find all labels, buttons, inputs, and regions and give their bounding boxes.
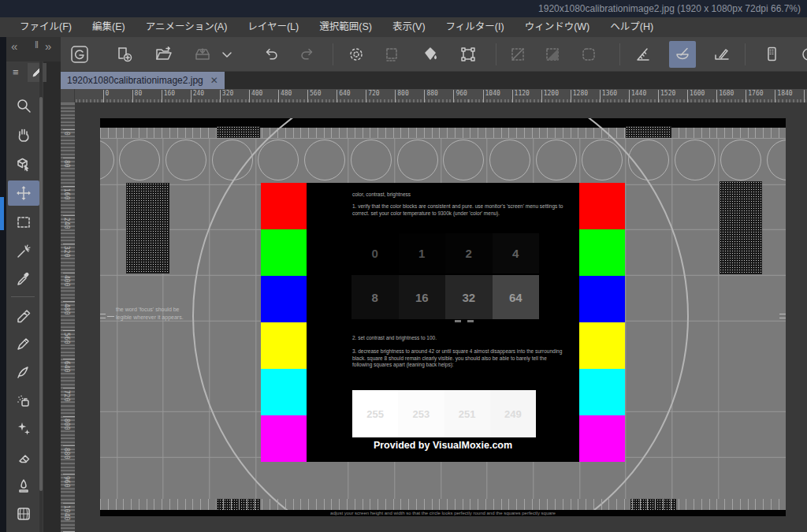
color-block-0 [579,183,625,229]
csp-logo-icon[interactable] [66,41,93,68]
tool-figure[interactable] [8,501,39,526]
color-bar-right [579,183,625,462]
h-ruler-label: 320 [220,90,233,97]
h-ruler-label: 1840 [775,90,792,97]
dark-square-4: 4 [493,233,540,273]
app-window: { "window": { "title": "1920x1080calibra… [0,0,807,532]
color-block-4 [261,369,307,415]
credit-text: Provided by VisualMoxie.com [307,440,579,451]
v-ruler-label: 80 [63,158,70,168]
dark-square-32: 32 [445,275,493,319]
menu-item-1[interactable]: 編集(E) [82,17,136,37]
ruler-corner [61,89,75,102]
tab-active-document[interactable]: 1920x1080calibrationimage2.jpg ✕ [61,72,225,89]
toolbar-separator [333,43,333,65]
dither-block [126,183,169,273]
tool-brush[interactable] [8,359,39,385]
v-ruler-label: 960 [63,474,70,487]
v-ruler-label: 1040 [63,503,70,520]
fill-bucket-icon[interactable] [417,41,444,68]
palette-scrollbar-thumb[interactable] [39,97,43,491]
tool-blend[interactable] [8,473,39,498]
dark-square-1: 1 [399,233,446,273]
tab-close-icon[interactable]: ✕ [210,72,218,89]
color-block-2 [579,276,625,322]
titlebar: 1920x1080calibrationimage2.jpg (1920 x 1… [0,0,807,17]
h-ruler-label: 1920 [804,90,807,97]
open-file-button[interactable] [151,41,177,68]
v-ruler-label: 0 [63,129,70,136]
tool-airbrush[interactable] [8,389,39,414]
v-ruler-label: 480 [63,301,70,314]
h-ruler-label: 800 [395,90,408,97]
selection-launcher-icon[interactable] [378,41,405,68]
toolbar-separator [619,43,620,65]
tool-decoration[interactable] [8,416,39,441]
white-square-255: 255 [352,390,398,437]
tool-auto-select[interactable] [8,239,39,264]
v-ruler-label: 800 [63,416,70,430]
v-ruler-label: 400 [63,273,70,286]
dark-squares-row-1: 0124 [351,233,539,273]
v-ruler-label: 640 [63,359,70,372]
navigator-brush-icon[interactable] [669,41,696,68]
menu-item-7[interactable]: ウィンドウ(W) [515,17,601,37]
tool-marquee[interactable] [8,210,39,235]
menu-item-4[interactable]: 選択範囲(S) [309,17,382,37]
undo-button[interactable] [258,41,284,68]
menu-item-6[interactable]: フィルター(I) [436,17,515,37]
tool-operation[interactable] [8,151,39,177]
new-canvas-button[interactable] [111,41,138,68]
h-ruler-label: 1360 [600,90,617,97]
companion-mode-icon[interactable] [758,41,785,68]
white-square-249: 249 [490,390,536,437]
extra-tool-icon[interactable] [790,41,807,68]
collapse-left-icon[interactable]: « [11,39,17,53]
tool-marker[interactable] [8,302,39,327]
collapse-right-icon[interactable]: » [45,39,51,53]
menu-item-3[interactable]: レイヤー(L) [237,17,309,37]
color-block-3 [261,322,307,369]
h-ruler-label: 1040 [483,90,500,97]
palette-scrollbar[interactable] [39,61,43,532]
menu-item-2[interactable]: アニメーション(A) [136,17,238,37]
h-ruler-label: 560 [307,90,321,97]
menu-item-5[interactable]: 表示(V) [382,17,436,37]
save-button[interactable] [189,41,216,68]
panel-splitter-icon[interactable]: ‖ [35,39,39,50]
snap-to-ruler-icon[interactable] [630,41,656,68]
pattern-circle [165,140,206,180]
palette-menu-icon[interactable]: ≡ [13,66,19,78]
menubar: ファイル(F)編集(E)アニメーション(A)レイヤー(L)選択範囲(S)表示(V… [0,17,807,37]
bottom-note: adjust your screen height and width so t… [100,510,786,516]
tool-hand[interactable] [8,122,39,147]
calibration-image: color, contrast, brightness 1. verify th… [100,118,786,516]
v-ruler-label: 160 [63,186,70,199]
menu-item-0[interactable]: ファイル(F) [9,17,82,37]
tool-zoom[interactable] [8,93,39,118]
focus-note: the word 'focus' should be legible where… [116,306,188,322]
taskbar-accent [0,197,4,230]
dark-square-8: 8 [351,275,399,319]
color-bar-left [261,183,307,462]
v-ruler-label: 240 [63,215,70,229]
selection-border-icon[interactable] [575,41,602,68]
deselect-icon[interactable] [504,41,531,68]
snap-to-special-ruler-icon[interactable] [708,41,735,68]
canvas-viewport[interactable]: color, contrast, brightness 1. verify th… [75,102,807,532]
focus-mark-right [779,318,786,318]
tool-pen[interactable] [8,331,39,356]
h-ruler-label: 880 [424,90,437,97]
menu-item-8[interactable]: ヘルプ(H) [600,17,664,37]
tool-eyedropper[interactable] [8,266,39,292]
frame-border-icon[interactable] [455,41,482,68]
redo-button[interactable] [294,41,321,68]
save-menu-chevron-icon[interactable] [218,41,236,68]
auto-action-icon[interactable] [343,41,370,68]
focus-mark-right [779,314,786,314]
tool-eraser[interactable] [8,445,39,470]
step-3: 3. decrease brightness to around 42 or u… [352,348,563,369]
tool-move[interactable] [8,180,39,206]
invert-selection-icon[interactable] [539,41,566,68]
dark-square-0: 0 [351,233,399,273]
